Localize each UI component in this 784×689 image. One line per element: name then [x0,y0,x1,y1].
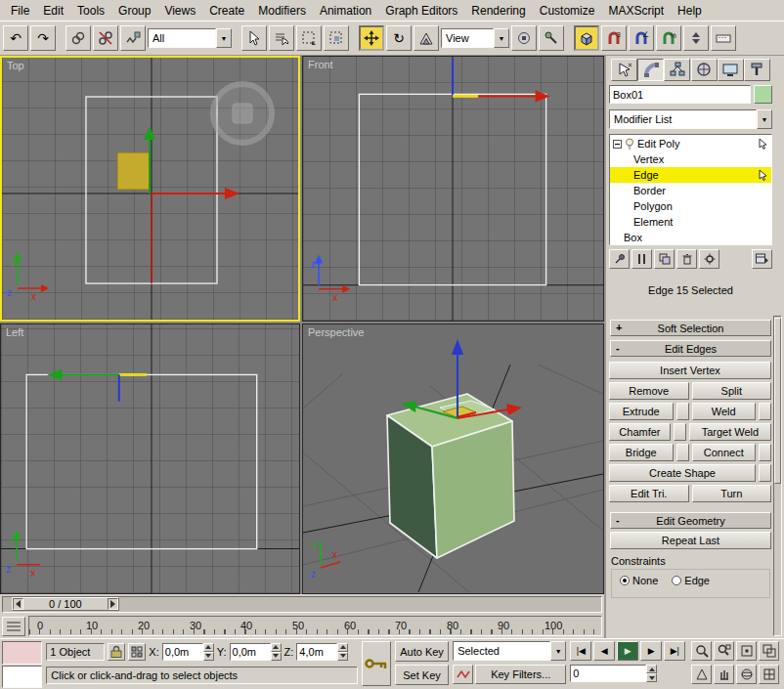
viewport-top-label[interactable]: Top [7,60,24,71]
turn-button[interactable]: Turn [692,485,772,502]
split-button[interactable]: Split [692,382,772,400]
next-frame-button[interactable]: ▶ [640,641,662,661]
connect-button[interactable]: Connect [692,444,757,461]
weld-settings-button[interactable] [759,403,771,420]
auto-key-button[interactable]: Auto Key [395,641,449,662]
dropdown-arrow-icon[interactable]: ▼ [494,28,509,48]
stack-item-edge[interactable]: Edge [610,167,771,183]
play-button[interactable]: ▶ [617,641,638,661]
angle-snap-button[interactable]: ∠ [629,25,654,51]
rectangular-selection-region-button[interactable] [296,25,322,51]
viewport-perspective-label[interactable]: Perspective [308,326,364,338]
undo-button[interactable]: ↶ [3,25,28,51]
select-by-name-button[interactable] [269,25,294,51]
use-pivot-center-button[interactable] [511,25,537,51]
percent-snap-button[interactable]: % [656,25,681,51]
viewport-top[interactable]: y x z Top [0,56,300,322]
extrude-settings-button[interactable] [676,403,689,420]
menu-group[interactable]: Group [111,1,157,21]
bridge-button[interactable]: Bridge [609,444,674,461]
tab-create[interactable] [611,59,637,81]
lightbulb-icon[interactable] [625,138,634,150]
remove-modifier-button[interactable] [676,249,697,269]
z-coordinate-field[interactable]: 4,0m [296,643,348,661]
constraint-edge-radio[interactable]: Edge [672,575,710,586]
keyboard-shortcut-override-button[interactable] [711,25,736,51]
x-spinner[interactable] [203,643,214,661]
pan-button[interactable] [714,665,734,684]
time-slider-handle[interactable]: 0 / 100 [12,597,119,611]
create-shape-button[interactable]: Create Shape [609,464,756,482]
go-to-end-button[interactable]: ▶| [664,641,685,661]
move-gizmo[interactable] [47,368,147,401]
viewport-left-label[interactable]: Left [6,326,23,338]
dropdown-arrow-icon[interactable]: ▼ [216,28,232,48]
collapse-minus-icon[interactable] [613,140,622,149]
select-and-link-button[interactable] [65,25,91,51]
selection-lock-toggle-button[interactable] [108,643,125,661]
snaps-toggle-button[interactable] [574,25,599,51]
listener-macro-line[interactable] [2,641,42,665]
time-slider-track[interactable]: 0 / 100 [2,596,602,613]
menu-graph-editors[interactable]: Graph Editors [378,1,464,21]
rollout-soft-selection[interactable]: + Soft Selection [610,320,771,336]
selection-set-combo[interactable]: Selected ▼ [453,641,566,661]
current-frame-value[interactable]: 0 [570,665,646,682]
menu-animation[interactable]: Animation [313,1,378,21]
y-coordinate-field[interactable]: 0,0m [230,643,282,661]
zoom-button[interactable] [691,641,712,661]
constraint-none-radio[interactable]: None [620,575,658,586]
insert-vertex-button[interactable]: Insert Vertex [609,362,771,379]
stack-item-polygon[interactable]: Polygon [610,198,771,214]
z-spinner[interactable] [337,643,348,661]
select-and-rotate-button[interactable]: ↻ [386,25,412,51]
zoom-all-button[interactable] [714,641,734,661]
current-frame-field[interactable]: 0 [570,665,657,682]
chamfer-button[interactable]: Chamfer [609,423,671,441]
stack-item-element[interactable]: Element [610,214,771,230]
viewport-left[interactable]: y z x Left [0,323,300,594]
stack-item-box[interactable]: Box [610,230,771,245]
y-spinner[interactable] [271,643,282,661]
dropdown-arrow-icon[interactable]: ▼ [757,109,772,129]
viewport-front-label[interactable]: Front [308,59,333,70]
tab-hierarchy[interactable] [664,59,690,81]
modifier-list-combo[interactable]: Modifier List ▼ [609,109,772,129]
weld-button[interactable]: Weld [692,403,757,420]
scrollbar-thumb[interactable] [774,318,781,484]
tab-motion[interactable] [691,59,718,81]
default-tangent-button[interactable] [453,665,473,684]
maxscript-mini-listener[interactable] [2,641,42,688]
object-name-field[interactable]: Box01 [609,85,751,104]
z-coordinate-value[interactable]: 4,0m [296,643,337,661]
maximize-viewport-toggle-button[interactable] [759,665,779,684]
chamfer-settings-button[interactable] [674,423,686,441]
zoom-extents-button[interactable] [736,641,757,661]
y-coordinate-value[interactable]: 0,0m [230,643,271,661]
absolute-offset-toggle-button[interactable] [128,643,146,661]
spinner-snap-button[interactable] [683,25,709,51]
remove-button[interactable]: Remove [609,382,689,400]
zoom-extents-all-button[interactable] [759,641,779,661]
snap-3d-button[interactable]: 3 [601,25,627,51]
menu-tools[interactable]: Tools [70,1,111,21]
field-of-view-button[interactable] [691,665,712,684]
frame-spinner[interactable] [646,665,657,682]
unlink-selection-button[interactable] [93,25,118,51]
select-and-move-button[interactable] [359,25,384,51]
tab-display[interactable] [718,59,744,81]
bridge-settings-button[interactable] [676,444,689,461]
create-shape-settings-button[interactable] [759,464,771,482]
target-weld-button[interactable]: Target Weld [689,423,771,441]
menu-maxscript[interactable]: MAXScript [601,1,671,21]
x-coordinate-field[interactable]: 0,0m [162,643,214,661]
viewport-rotation-gizmo[interactable] [213,84,272,143]
x-coordinate-value[interactable]: 0,0m [162,643,203,661]
stack-item-vertex[interactable]: Vertex [610,151,771,167]
select-and-scale-button[interactable] [414,25,439,51]
arc-rotate-button[interactable] [736,665,757,684]
menu-rendering[interactable]: Rendering [464,1,532,21]
box-wireframe-left[interactable] [26,374,257,548]
box-object[interactable] [387,394,514,558]
repeat-last-button[interactable]: Repeat Last [610,532,771,549]
